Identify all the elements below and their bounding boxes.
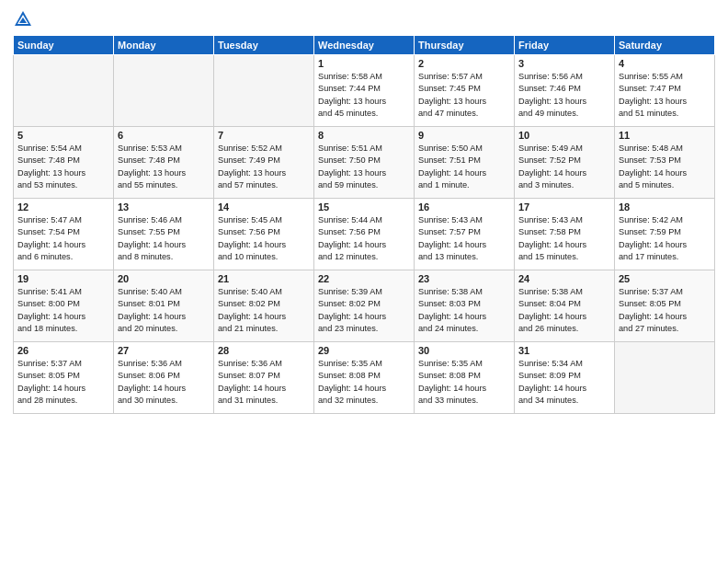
day-number: 3 [518,58,610,69]
day-info: Sunrise: 5:41 AMSunset: 8:00 PMDaylight:… [17,286,109,335]
day-info: Sunrise: 5:54 AMSunset: 7:48 PMDaylight:… [17,143,109,191]
day-cell-23: 23Sunrise: 5:38 AMSunset: 8:03 PMDayligh… [415,270,515,342]
day-number: 19 [17,273,109,284]
day-number: 15 [318,201,410,213]
header-day-sunday: Sunday [14,36,114,55]
day-cell-6: 6Sunrise: 5:53 AMSunset: 7:48 PMDaylight… [114,127,214,199]
empty-cell [114,55,214,127]
day-number: 7 [218,130,310,141]
day-number: 31 [518,345,610,356]
header [13,9,715,29]
day-cell-10: 10Sunrise: 5:49 AMSunset: 7:52 PMDayligh… [515,127,615,199]
day-number: 24 [518,273,610,284]
day-number: 13 [118,201,210,213]
day-cell-15: 15Sunrise: 5:44 AMSunset: 7:56 PMDayligh… [314,199,415,270]
header-row: SundayMondayTuesdayWednesdayThursdayFrid… [14,36,715,55]
day-number: 6 [118,130,210,141]
day-cell-16: 16Sunrise: 5:43 AMSunset: 7:57 PMDayligh… [415,199,515,270]
day-info: Sunrise: 5:53 AMSunset: 7:48 PMDaylight:… [118,143,210,191]
day-cell-28: 28Sunrise: 5:36 AMSunset: 8:07 PMDayligh… [214,342,314,414]
week-row-4: 26Sunrise: 5:37 AMSunset: 8:05 PMDayligh… [14,342,715,414]
week-row-3: 19Sunrise: 5:41 AMSunset: 8:00 PMDayligh… [14,270,715,342]
day-number: 17 [518,201,610,213]
day-info: Sunrise: 5:39 AMSunset: 8:02 PMDaylight:… [318,286,410,335]
day-number: 18 [619,201,711,213]
empty-cell [214,55,314,127]
day-cell-1: 1Sunrise: 5:58 AMSunset: 7:44 PMDaylight… [314,55,415,127]
day-number: 2 [418,58,510,69]
header-day-thursday: Thursday [415,36,515,55]
day-cell-27: 27Sunrise: 5:36 AMSunset: 8:06 PMDayligh… [114,342,214,414]
day-info: Sunrise: 5:43 AMSunset: 7:57 PMDaylight:… [418,214,510,263]
day-number: 26 [17,345,109,356]
day-info: Sunrise: 5:36 AMSunset: 8:06 PMDaylight:… [118,358,210,407]
day-cell-30: 30Sunrise: 5:35 AMSunset: 8:08 PMDayligh… [415,342,515,414]
day-cell-24: 24Sunrise: 5:38 AMSunset: 8:04 PMDayligh… [515,270,615,342]
day-number: 20 [118,273,210,284]
day-cell-7: 7Sunrise: 5:52 AMSunset: 7:49 PMDaylight… [214,127,314,199]
day-info: Sunrise: 5:57 AMSunset: 7:45 PMDaylight:… [418,71,510,120]
day-info: Sunrise: 5:36 AMSunset: 8:07 PMDaylight:… [218,358,310,407]
day-cell-21: 21Sunrise: 5:40 AMSunset: 8:02 PMDayligh… [214,270,314,342]
day-cell-4: 4Sunrise: 5:55 AMSunset: 7:47 PMDaylight… [615,55,715,127]
day-cell-8: 8Sunrise: 5:51 AMSunset: 7:50 PMDaylight… [314,127,415,199]
day-cell-29: 29Sunrise: 5:35 AMSunset: 8:08 PMDayligh… [314,342,415,414]
day-info: Sunrise: 5:51 AMSunset: 7:50 PMDaylight:… [318,143,410,191]
day-cell-2: 2Sunrise: 5:57 AMSunset: 7:45 PMDaylight… [415,55,515,127]
day-info: Sunrise: 5:40 AMSunset: 8:02 PMDaylight:… [218,286,310,335]
day-number: 8 [318,130,410,141]
day-number: 25 [619,273,711,284]
day-cell-19: 19Sunrise: 5:41 AMSunset: 8:00 PMDayligh… [14,270,114,342]
day-cell-14: 14Sunrise: 5:45 AMSunset: 7:56 PMDayligh… [214,199,314,270]
week-row-1: 5Sunrise: 5:54 AMSunset: 7:48 PMDaylight… [14,127,715,199]
day-number: 22 [318,273,410,284]
day-info: Sunrise: 5:37 AMSunset: 8:05 PMDaylight:… [619,286,711,335]
day-number: 16 [418,201,510,213]
header-day-saturday: Saturday [615,36,715,55]
day-info: Sunrise: 5:50 AMSunset: 7:51 PMDaylight:… [418,143,510,191]
day-info: Sunrise: 5:34 AMSunset: 8:09 PMDaylight:… [518,358,610,407]
day-info: Sunrise: 5:52 AMSunset: 7:49 PMDaylight:… [218,143,310,191]
header-day-wednesday: Wednesday [314,36,415,55]
day-info: Sunrise: 5:42 AMSunset: 7:59 PMDaylight:… [619,214,711,263]
day-info: Sunrise: 5:43 AMSunset: 7:58 PMDaylight:… [518,214,610,263]
day-info: Sunrise: 5:35 AMSunset: 8:08 PMDaylight:… [418,358,510,407]
header-day-friday: Friday [515,36,615,55]
day-cell-18: 18Sunrise: 5:42 AMSunset: 7:59 PMDayligh… [615,199,715,270]
day-number: 4 [619,58,711,69]
day-number: 23 [418,273,510,284]
day-info: Sunrise: 5:56 AMSunset: 7:46 PMDaylight:… [518,71,610,120]
day-cell-3: 3Sunrise: 5:56 AMSunset: 7:46 PMDaylight… [515,55,615,127]
day-number: 27 [118,345,210,356]
page: SundayMondayTuesdayWednesdayThursdayFrid… [0,0,728,563]
day-number: 11 [619,130,711,141]
day-info: Sunrise: 5:44 AMSunset: 7:56 PMDaylight:… [318,214,410,263]
day-info: Sunrise: 5:49 AMSunset: 7:52 PMDaylight:… [518,143,610,191]
day-info: Sunrise: 5:48 AMSunset: 7:53 PMDaylight:… [619,143,711,191]
day-cell-17: 17Sunrise: 5:43 AMSunset: 7:58 PMDayligh… [515,199,615,270]
week-row-0: 1Sunrise: 5:58 AMSunset: 7:44 PMDaylight… [14,55,715,127]
calendar-table: SundayMondayTuesdayWednesdayThursdayFrid… [13,35,715,414]
empty-cell [615,342,715,414]
day-cell-12: 12Sunrise: 5:47 AMSunset: 7:54 PMDayligh… [14,199,114,270]
day-info: Sunrise: 5:35 AMSunset: 8:08 PMDaylight:… [318,358,410,407]
day-info: Sunrise: 5:46 AMSunset: 7:55 PMDaylight:… [118,214,210,263]
day-number: 9 [418,130,510,141]
day-info: Sunrise: 5:55 AMSunset: 7:47 PMDaylight:… [619,71,711,120]
day-cell-5: 5Sunrise: 5:54 AMSunset: 7:48 PMDaylight… [14,127,114,199]
day-info: Sunrise: 5:40 AMSunset: 8:01 PMDaylight:… [118,286,210,335]
logo-icon [13,9,33,29]
day-cell-20: 20Sunrise: 5:40 AMSunset: 8:01 PMDayligh… [114,270,214,342]
day-info: Sunrise: 5:38 AMSunset: 8:04 PMDaylight:… [518,286,610,335]
day-info: Sunrise: 5:45 AMSunset: 7:56 PMDaylight:… [218,214,310,263]
day-number: 21 [218,273,310,284]
day-cell-22: 22Sunrise: 5:39 AMSunset: 8:02 PMDayligh… [314,270,415,342]
empty-cell [14,55,114,127]
week-row-2: 12Sunrise: 5:47 AMSunset: 7:54 PMDayligh… [14,199,715,270]
day-number: 14 [218,201,310,213]
day-number: 1 [318,58,410,69]
day-info: Sunrise: 5:58 AMSunset: 7:44 PMDaylight:… [318,71,410,120]
day-number: 12 [17,201,109,213]
header-day-tuesday: Tuesday [214,36,314,55]
day-info: Sunrise: 5:47 AMSunset: 7:54 PMDaylight:… [17,214,109,263]
